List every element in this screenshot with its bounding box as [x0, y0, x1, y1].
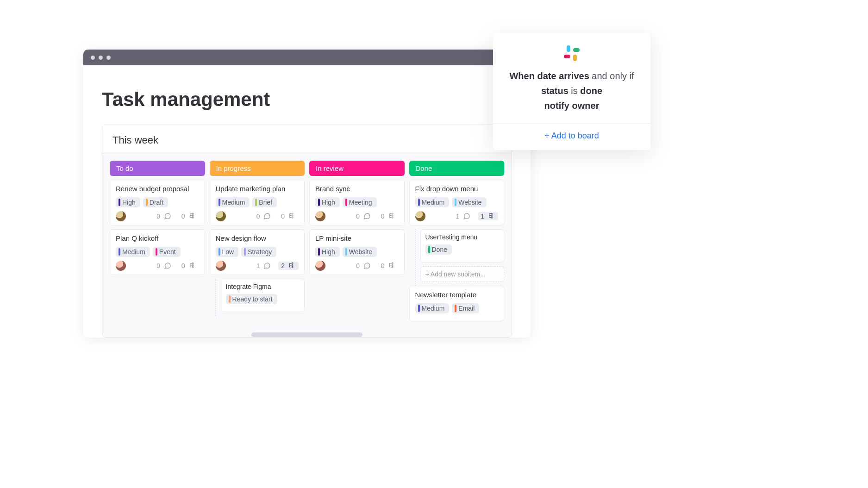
tag[interactable]: Low — [216, 247, 239, 257]
svg-point-0 — [192, 213, 194, 214]
svg-point-16 — [392, 264, 393, 266]
group-title[interactable]: This week — [102, 125, 512, 153]
subtask-icon — [288, 262, 296, 269]
tag[interactable]: Medium — [216, 197, 250, 207]
card-title: Renew budget proposal — [116, 185, 199, 193]
svg-point-11 — [292, 266, 293, 268]
window-control-dot[interactable] — [106, 56, 111, 60]
tag[interactable]: Website — [343, 247, 377, 257]
tag[interactable]: Strategy — [241, 247, 276, 257]
horizontal-scrollbar[interactable] — [251, 332, 362, 337]
card-footer: 0 0 — [315, 261, 399, 271]
tag-label: Strategy — [248, 248, 272, 256]
tag[interactable]: Draft — [143, 197, 168, 207]
kanban-card[interactable]: Newsletter template MediumEmail — [409, 286, 505, 321]
avatar[interactable] — [415, 211, 425, 221]
tag[interactable]: High — [116, 197, 140, 207]
slack-icon — [564, 45, 580, 61]
tag[interactable]: Event — [153, 247, 181, 257]
subitem-title: UserTesting menu — [425, 233, 500, 241]
kanban-card[interactable]: New design flow LowStrategy 1 2 — [210, 229, 305, 275]
subitem-card[interactable]: UserTesting menu Done — [420, 229, 505, 263]
kanban-column-in_review: In review Brand sync HighMeeting 0 0 LP … — [309, 161, 405, 337]
comments-count[interactable]: 1 — [453, 212, 474, 220]
tag-label: Medium — [422, 305, 445, 312]
kanban-card[interactable]: Fix drop down menu MediumWebsite 1 1 — [409, 180, 505, 225]
subtasks-count[interactable]: 0 — [378, 212, 399, 220]
tag[interactable]: Ready to start — [226, 294, 277, 304]
subtasks-count[interactable]: 0 — [278, 212, 299, 220]
subtasks-count[interactable]: 0 — [179, 262, 199, 270]
tag[interactable]: High — [315, 197, 340, 207]
avatar[interactable] — [216, 211, 226, 221]
card-footer: 0 0 — [116, 261, 199, 271]
tag-label: Website — [458, 199, 481, 206]
app-window: Task management This week To do Renew bu… — [83, 50, 531, 338]
kanban-card[interactable]: Brand sync HighMeeting 0 0 — [309, 180, 405, 225]
card-title: Newsletter template — [415, 291, 499, 299]
board: This week To do Renew budget proposal Hi… — [102, 125, 512, 338]
kanban-card[interactable]: Update marketing plan MediumBrief 0 0 — [210, 180, 305, 225]
comments-count[interactable]: 0 — [154, 212, 174, 220]
comments-count[interactable]: 0 — [254, 212, 274, 220]
tag[interactable]: Brief — [252, 197, 277, 207]
card-title: New design flow — [216, 234, 299, 242]
comments-count[interactable]: 0 — [353, 212, 374, 220]
avatar[interactable] — [315, 261, 325, 271]
svg-point-10 — [292, 264, 293, 266]
tag[interactable]: Done — [425, 244, 452, 255]
kanban-card[interactable]: Plan Q kickoff MediumEvent 0 0 — [110, 229, 205, 275]
kanban-card[interactable]: Renew budget proposal HighDraft 0 0 — [110, 180, 205, 225]
tags: Ready to start — [226, 294, 300, 304]
avatar[interactable] — [216, 261, 226, 271]
window-control-dot[interactable] — [99, 56, 103, 60]
svg-point-2 — [192, 217, 194, 218]
card-footer: 1 1 — [415, 211, 499, 221]
subtasks-count[interactable]: 0 — [378, 262, 399, 270]
column-header[interactable]: In progress — [210, 161, 305, 176]
tag-label: Brief — [259, 199, 272, 206]
tag[interactable]: High — [315, 247, 340, 257]
subtasks-count[interactable]: 0 — [179, 212, 199, 220]
subtasks-count[interactable]: 2 — [278, 262, 299, 270]
kanban-card[interactable]: LP mini-site HighWebsite 0 0 — [309, 229, 405, 275]
subtask-icon — [388, 213, 396, 220]
tag[interactable]: Medium — [116, 247, 150, 257]
column-header[interactable]: To do — [110, 161, 205, 176]
svg-point-18 — [491, 213, 493, 214]
avatar[interactable] — [116, 211, 126, 221]
tag-label: Low — [222, 248, 234, 256]
svg-point-8 — [292, 217, 293, 218]
svg-point-13 — [392, 215, 393, 216]
column-header[interactable]: In review — [309, 161, 405, 176]
add-to-board-button[interactable]: + Add to board — [504, 131, 639, 141]
subitems: UserTesting menu Done + Add new subitem.… — [415, 229, 505, 286]
tag[interactable]: Medium — [415, 303, 450, 313]
tag[interactable]: Email — [452, 303, 479, 313]
card-footer: 0 0 — [116, 211, 199, 221]
tag[interactable]: Medium — [415, 197, 450, 207]
comments-count[interactable]: 1 — [254, 262, 274, 270]
comment-icon — [164, 213, 171, 220]
add-subitem-button[interactable]: + Add new subitem... — [420, 266, 505, 282]
tag[interactable]: Website — [452, 197, 486, 207]
subitem-card[interactable]: Integrate Figma Ready to start — [221, 279, 305, 312]
card-title: Plan Q kickoff — [116, 234, 199, 242]
subitems: Integrate Figma Ready to start — [215, 279, 305, 316]
comments-count[interactable]: 0 — [353, 262, 374, 270]
tag-label: Done — [432, 246, 447, 253]
subtasks-count[interactable]: 1 — [478, 212, 498, 220]
tag-label: High — [322, 199, 335, 206]
tags: LowStrategy — [216, 247, 299, 257]
window-control-dot[interactable] — [91, 56, 95, 60]
tag-label: Event — [159, 248, 176, 256]
kanban-column-done: Done Fix drop down menu MediumWebsite 1 … — [409, 161, 505, 337]
rule-bold: notify owner — [544, 100, 599, 111]
comments-count[interactable]: 0 — [154, 262, 174, 270]
avatar[interactable] — [315, 211, 325, 221]
tag[interactable]: Meeting — [343, 197, 377, 207]
column-header[interactable]: Done — [409, 161, 505, 176]
columns-row: To do Renew budget proposal HighDraft 0 … — [102, 153, 512, 337]
avatar[interactable] — [116, 261, 126, 271]
tag-label: Medium — [422, 199, 445, 206]
